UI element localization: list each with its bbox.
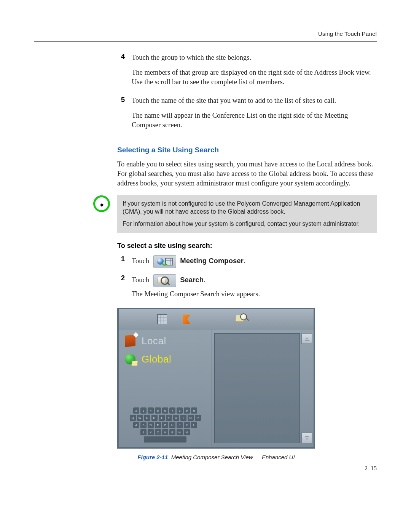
keyboard-key: M xyxy=(184,429,190,435)
keyboard-key: J xyxy=(177,422,183,428)
step-text: Touch the name of the site that you want… xyxy=(132,96,377,105)
step-number: 4 xyxy=(117,53,125,92)
step-b-1: 1 Touch Meeting Composer. xyxy=(117,255,377,270)
note-text: For information about how your system is… xyxy=(123,220,371,228)
keyboard-key: B xyxy=(169,429,175,435)
keyboard-key: 9 xyxy=(184,407,190,414)
figure-left-panel: Local Global 234567890QWERTYUIOPASDFGHJK… xyxy=(119,329,212,447)
figure-ref: Figure 2-11 xyxy=(137,454,168,460)
keyboard-key: G xyxy=(162,422,168,428)
keyboard-key: V xyxy=(162,429,168,435)
procedure-heading: To select a site using search: xyxy=(117,242,377,250)
keyboard-key: Q xyxy=(130,415,136,421)
keyboard-key: C xyxy=(155,429,161,435)
step-text: The members of that group are displayed … xyxy=(132,68,377,87)
section-body: To enable you to select sites using sear… xyxy=(117,160,377,188)
keyboard-key: Z xyxy=(140,429,147,435)
keyboard-key: 2 xyxy=(133,407,139,414)
meeting-composer-icon xyxy=(153,255,176,268)
list-label: Global xyxy=(142,353,171,365)
step-b-2: 2 Touch Search. The Meeting Composer Sea… xyxy=(117,274,377,304)
figure-caption: Figure 2-11 Meeting Composer Search View… xyxy=(117,454,315,460)
step-bold: Search xyxy=(180,276,204,284)
keyboard-key: E xyxy=(144,415,150,421)
keyboard-key: 5 xyxy=(155,407,161,414)
keyboard-key: S xyxy=(140,422,147,428)
keyboard-key: Y xyxy=(166,415,172,421)
keyboard-key: I xyxy=(180,415,186,421)
step-bold: Meeting Composer xyxy=(180,257,244,265)
header-rule xyxy=(34,41,377,42)
address-book-icon xyxy=(123,334,137,348)
keyboard-key: O xyxy=(188,415,194,421)
search-icon xyxy=(153,274,176,287)
step-text: The name will appear in the Conference L… xyxy=(132,111,377,130)
section-heading: Selecting a Site Using Search xyxy=(117,146,377,154)
figure-scrollbar: △ ▽ xyxy=(301,333,312,443)
step-text: Touch xyxy=(132,257,151,265)
note: ⬥ If your system is not configured to us… xyxy=(93,195,377,233)
figure-caption-text: Meeting Composer Search View — Enhanced … xyxy=(171,454,295,460)
keyboard-key: A xyxy=(133,422,139,428)
keyboard-key: U xyxy=(173,415,179,421)
keyboard-key: X xyxy=(148,429,154,435)
page-number: 2–15 xyxy=(365,465,377,472)
keyboard-key: 7 xyxy=(169,407,175,414)
step-number: 5 xyxy=(117,96,125,135)
keyboard-key: 0 xyxy=(191,407,197,414)
keyboard-key: 6 xyxy=(162,407,168,414)
step-4: 4 Touch the group to which the site belo… xyxy=(117,53,377,92)
keyboard-key: N xyxy=(177,429,183,435)
keyboard-key: R xyxy=(151,415,158,421)
figure-meeting-composer-search: Local Global 234567890QWERTYUIOPASDFGHJK… xyxy=(117,308,315,449)
keyboard-key: 4 xyxy=(148,407,154,414)
step-number: 2 xyxy=(117,274,125,304)
step-text: . xyxy=(244,257,245,265)
scroll-down-button: ▽ xyxy=(301,433,312,443)
keyboard-key: K xyxy=(184,422,190,428)
globe-icon xyxy=(123,352,137,366)
figure-toolbar xyxy=(119,309,314,329)
step-text: . xyxy=(204,276,206,284)
keyboard-key: W xyxy=(137,415,143,421)
figure-results-panel xyxy=(214,333,300,443)
keyboard-key: P xyxy=(195,415,201,421)
keyboard-key: L xyxy=(191,422,197,428)
keyboard-key: T xyxy=(159,415,165,421)
step-text: Touch xyxy=(132,276,151,284)
keyboard-key: H xyxy=(169,422,175,428)
toolbar-grid-icon xyxy=(157,314,167,324)
list-entry-local: Local xyxy=(119,332,212,350)
list-label: Local xyxy=(142,335,166,347)
toolbar-flag-icon xyxy=(181,314,192,324)
step-text: Touch the group to which the site belong… xyxy=(132,53,377,62)
keyboard-key: D xyxy=(148,422,154,428)
keyboard-key: 3 xyxy=(140,407,147,414)
header-chapter: Using the Touch Panel xyxy=(34,30,377,37)
toolbar-search-icon xyxy=(236,314,247,324)
step-5: 5 Touch the name of the site that you wa… xyxy=(117,96,377,135)
note-text: If your system is not configured to use … xyxy=(123,200,371,216)
scroll-up-button: △ xyxy=(301,333,312,344)
step-tail: The Meeting Composer Search view appears… xyxy=(132,289,260,299)
note-icon: ⬥ xyxy=(93,195,110,212)
step-number: 1 xyxy=(117,255,125,270)
keyboard-key: F xyxy=(155,422,161,428)
onscreen-keyboard: 234567890QWERTYUIOPASDFGHJKLZXCVBNM xyxy=(130,407,201,443)
keyboard-space xyxy=(144,436,186,443)
list-entry-global: Global xyxy=(119,350,212,368)
keyboard-key: 8 xyxy=(177,407,183,414)
